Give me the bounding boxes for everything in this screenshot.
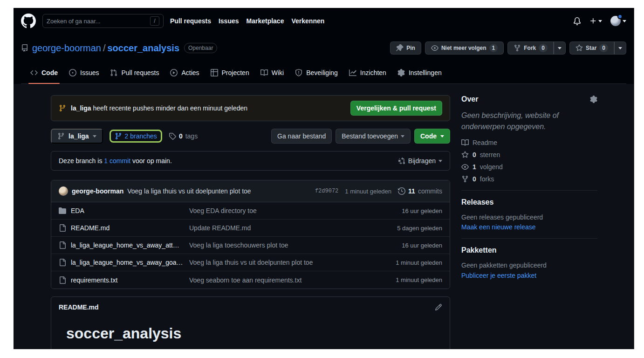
tab-settings[interactable]: Instellingen <box>392 62 447 83</box>
ahead-commit-link[interactable]: 1 commit <box>104 157 130 165</box>
file-commit-time: 16 uur geleden <box>372 242 442 249</box>
readme-header: README.md <box>51 297 450 317</box>
file-commit-time: 1 minuut geleden <box>372 276 442 283</box>
file-name-link[interactable]: README.md <box>71 224 189 232</box>
tab-wiki[interactable]: Wiki <box>255 62 289 83</box>
fork-icon <box>514 44 521 52</box>
nav-verkennen[interactable]: Verkennen <box>291 17 324 25</box>
stars-link[interactable]: 0 sterren <box>461 151 597 158</box>
star-count-badge: 0 <box>599 44 608 52</box>
fork-icon <box>461 175 469 183</box>
edit-readme-button[interactable] <box>435 303 442 311</box>
tags-link[interactable]: 0 tags <box>169 132 198 140</box>
star-button[interactable]: Star 0 <box>569 41 614 55</box>
tab-pull-requests-label: Pull requests <box>121 69 159 76</box>
file-commit-message-link[interactable]: Voeg EDA directory toe <box>189 207 372 214</box>
commit-sha-link[interactable]: f2d9072 <box>315 188 338 194</box>
search-input[interactable]: Zoeken of ga naar... / <box>42 14 164 28</box>
chevron-down-icon <box>618 47 622 49</box>
repo-header: george-boorman/soccer_analysis Openbaar … <box>14 34 634 84</box>
tab-insights[interactable]: Inzichten <box>343 62 392 83</box>
notifications-bell-icon[interactable] <box>573 17 581 25</box>
nav-issues[interactable]: Issues <box>219 17 239 25</box>
file-name-link[interactable]: la_liga_league_home_vs_away_goa… <box>71 259 189 266</box>
commit-history-link[interactable]: 11 commits <box>398 187 442 195</box>
file-name-link[interactable]: EDA <box>71 207 189 214</box>
play-circle-icon <box>170 69 178 76</box>
chevron-down-icon <box>440 135 444 138</box>
branches-link-highlighted[interactable]: 2 branches <box>110 130 162 143</box>
pin-button[interactable]: Pin <box>390 41 421 55</box>
ahead-text: Deze branch is 1 commit voor op main. <box>59 157 172 165</box>
chevron-down-icon <box>558 47 562 49</box>
branch-bar-actions: Ga naar bestand Bestand toevoegen Code <box>271 129 450 144</box>
contribute-button[interactable]: Bijdragen <box>398 157 442 165</box>
fork-button[interactable]: Fork 0 <box>507 41 554 55</box>
user-menu-button[interactable] <box>610 16 626 26</box>
tab-code[interactable]: Code <box>25 62 63 83</box>
tab-issues[interactable]: Issues <box>63 62 104 83</box>
code-icon <box>30 69 38 76</box>
tab-wiki-label: Wiki <box>272 69 284 76</box>
top-navigation-bar: Zoeken of ga naar... / Pull requests Iss… <box>14 8 634 34</box>
table-row: README.md Update README.md 5 dagen geled… <box>51 220 450 237</box>
file-commit-message-link[interactable]: Update README.md <box>189 224 372 232</box>
nav-marketplace[interactable]: Marketplace <box>247 17 284 25</box>
file-name-link[interactable]: la_liga_league_home_vs_away_att… <box>71 241 189 249</box>
file-commit-message-link[interactable]: Voeg la liga toeschouwers plot toe <box>189 241 372 249</box>
file-name-link[interactable]: requirements.txt <box>71 276 189 284</box>
tab-security[interactable]: Beveiliging <box>289 62 343 83</box>
create-new-button[interactable] <box>589 17 602 25</box>
packages-empty-text: Geen pakketten gepubliceerd <box>461 260 597 270</box>
forks-count: 0 <box>473 175 476 183</box>
compare-pull-request-button[interactable]: Vergelijken & pull request <box>350 101 442 116</box>
releases-empty-text: Geen releases gepubliceerd <box>461 212 597 222</box>
unwatch-button-label: Niet meer volgen <box>441 45 486 51</box>
publish-package-link[interactable]: Publiceer je eerste pakket <box>461 272 597 279</box>
github-logo-icon[interactable] <box>21 14 36 28</box>
sidebar: Over Geen beschrijving, website of onder… <box>461 95 597 349</box>
branch-selector-button[interactable]: la_liga <box>51 129 103 144</box>
packages-section: Pakketten Geen pakketten gepubliceerd Pu… <box>461 246 597 286</box>
forks-label: forks <box>480 175 494 183</box>
about-description: Geen beschrijving, website of onderwerpe… <box>461 110 597 132</box>
add-file-button[interactable]: Bestand toevoegen <box>336 129 411 144</box>
plus-icon <box>589 17 597 25</box>
watchers-link[interactable]: 1 volgend <box>461 163 597 171</box>
file-commit-message-link[interactable]: Voeg la liga thuis vs uit doelpunten plo… <box>189 259 372 266</box>
tab-pull-requests[interactable]: Pull requests <box>104 62 164 83</box>
unwatch-button[interactable]: Niet meer volgen 1 <box>425 41 504 55</box>
table-row: EDA Voeg EDA directory toe 16 uur gelede… <box>51 202 450 220</box>
code-download-button[interactable]: Code <box>414 129 450 144</box>
fork-dropdown-button[interactable] <box>554 41 566 55</box>
issue-icon <box>69 69 76 76</box>
nav-pull-requests[interactable]: Pull requests <box>170 17 211 25</box>
tag-icon <box>169 132 176 140</box>
tab-projects[interactable]: Projecten <box>205 62 255 83</box>
readme-link[interactable]: Readme <box>461 139 597 146</box>
releases-heading: Releases <box>461 198 493 207</box>
commit-message-link[interactable]: Voeg la liga thuis vs uit doelpunten plo… <box>127 187 251 195</box>
tab-actions[interactable]: Acties <box>164 62 205 83</box>
repo-owner-link[interactable]: george-boorman <box>32 43 101 53</box>
push-banner-text: heeft recente pushes minder dan een minu… <box>91 104 247 112</box>
shield-icon <box>295 69 302 76</box>
goto-file-button[interactable]: Ga naar bestand <box>271 129 332 144</box>
about-stats-list: Readme 0 sterren 1 volgend 0 <box>461 139 597 183</box>
repo-icon <box>21 44 28 52</box>
book-icon <box>461 139 469 146</box>
file-commit-message-link[interactable]: Voeg seaborn toe aan requirements.txt <box>189 276 372 284</box>
main-column: la_liga heeft recente pushes minder dan … <box>51 95 450 349</box>
forks-link[interactable]: 0 forks <box>461 175 597 183</box>
repo-name-link[interactable]: soccer_analysis <box>107 43 179 53</box>
push-branch-name: la_liga <box>71 104 91 112</box>
star-dropdown-button[interactable] <box>614 41 626 55</box>
search-placeholder: Zoeken of ga naar... <box>47 18 146 25</box>
edit-about-gear-icon[interactable] <box>590 95 597 103</box>
branches-link-label: 2 branches <box>125 132 157 140</box>
commit-author-avatar[interactable] <box>59 186 68 196</box>
table-row: requirements.txt Voeg seaborn toe aan re… <box>51 271 450 289</box>
create-release-link[interactable]: Maak een nieuwe release <box>461 223 597 231</box>
commit-author-link[interactable]: george-boorman <box>72 187 123 195</box>
readme-filename[interactable]: README.md <box>59 303 99 311</box>
